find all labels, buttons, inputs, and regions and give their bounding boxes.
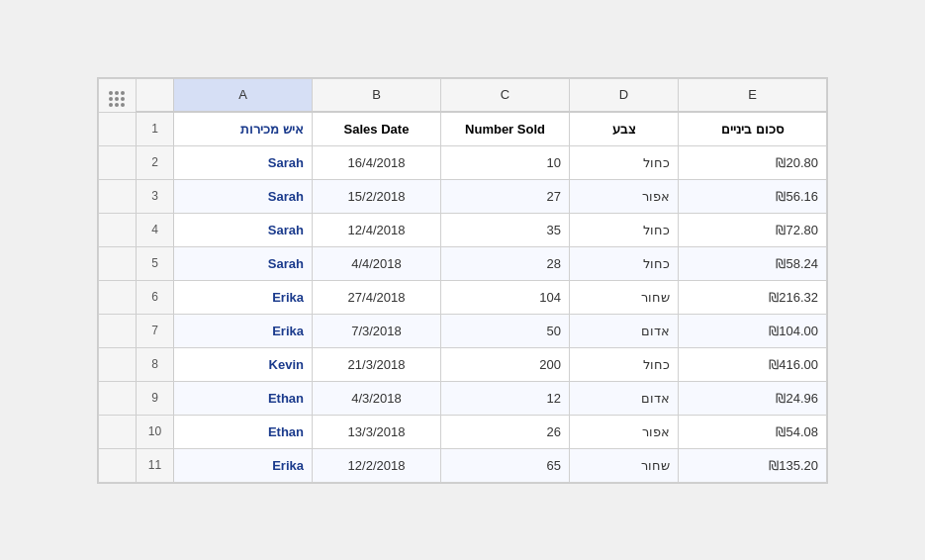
cell-subtotal[interactable]: ₪135.20 [679,448,827,482]
col-header-a[interactable]: A [174,78,313,112]
cell-color[interactable]: אדום [570,314,679,347]
cell-date[interactable]: 27/4/2018 [313,280,441,314]
cell-date[interactable]: 15/2/2018 [313,179,441,213]
col-header-rownum [137,78,174,112]
cell-salesperson[interactable]: Ethan [174,381,313,415]
col-header-c[interactable]: C [441,78,570,112]
cell-color[interactable]: כחול [570,347,679,381]
cell-subtotal[interactable]: ₪72.80 [679,213,827,246]
cell-salesperson[interactable]: Ethan [174,415,313,448]
header-c[interactable]: Number Sold [441,112,570,145]
cell-number-sold[interactable]: 10 [441,145,570,179]
cell-salesperson[interactable]: Erika [174,448,313,482]
cell-subtotal[interactable]: ₪54.08 [679,415,827,448]
cell-salesperson[interactable]: Erika [174,280,313,314]
row-num-cell: 2 [137,145,174,179]
table-row: 5Sarah4/4/201828כחול₪58.24 [99,246,827,280]
cell-date[interactable]: 4/3/2018 [313,381,441,415]
row-num-cell: 6 [137,280,174,314]
row-num-cell: 11 [137,448,174,482]
table-row: 3Sarah15/2/201827אפור₪56.16 [99,179,827,213]
cell-subtotal[interactable]: ₪216.32 [679,280,827,314]
cell-subtotal[interactable]: ₪58.24 [679,246,827,280]
row-spacer [99,246,137,280]
cell-color[interactable]: אדום [570,381,679,415]
row-num-cell: 5 [137,246,174,280]
cell-subtotal[interactable]: ₪416.00 [679,347,827,381]
row-num-1: 1 [137,112,174,145]
cell-salesperson[interactable]: Sarah [174,179,313,213]
row-num-cell: 10 [137,415,174,448]
cell-salesperson[interactable]: Erika [174,314,313,347]
table-row: 10Ethan13/3/201826אפור₪54.08 [99,415,827,448]
cell-color[interactable]: אפור [570,179,679,213]
row-spacer [99,381,137,415]
table-row: 4Sarah12/4/201835כחול₪72.80 [99,213,827,246]
row-spacer [99,415,137,448]
spreadsheet: A B C D E 1 איש מכירות Sales Date Number… [97,77,828,484]
cell-number-sold[interactable]: 12 [441,381,570,415]
cell-number-sold[interactable]: 26 [441,415,570,448]
cell-salesperson[interactable]: Sarah [174,145,313,179]
row-spacer [99,179,137,213]
cell-salesperson[interactable]: Sarah [174,246,313,280]
cell-number-sold[interactable]: 50 [441,314,570,347]
header-d[interactable]: צבע [570,112,679,145]
table-row: 2Sarah16/4/201810כחול₪20.80 [99,145,827,179]
cell-salesperson[interactable]: Sarah [174,213,313,246]
row-1-spacer [99,112,137,145]
row-spacer [99,280,137,314]
cell-date[interactable]: 12/4/2018 [313,213,441,246]
cell-salesperson[interactable]: Kevin [174,347,313,381]
row-spacer [99,145,137,179]
menu-button[interactable] [99,78,137,112]
dots-icon [109,91,126,108]
header-e[interactable]: סכום ביניים [679,112,827,145]
cell-date[interactable]: 4/4/2018 [313,246,441,280]
table-row: 8Kevin21/3/2018200כחול₪416.00 [99,347,827,381]
cell-subtotal[interactable]: ₪56.16 [679,179,827,213]
cell-date[interactable]: 7/3/2018 [313,314,441,347]
row-num-cell: 8 [137,347,174,381]
cell-color[interactable]: שחור [570,448,679,482]
row-spacer [99,448,137,482]
header-b[interactable]: Sales Date [313,112,441,145]
cell-date[interactable]: 21/3/2018 [313,347,441,381]
col-header-e[interactable]: E [679,78,827,112]
cell-date[interactable]: 12/2/2018 [313,448,441,482]
cell-subtotal[interactable]: ₪104.00 [679,314,827,347]
row-spacer [99,347,137,381]
cell-number-sold[interactable]: 28 [441,246,570,280]
row-spacer [99,213,137,246]
table-row: 6Erika27/4/2018104שחור₪216.32 [99,280,827,314]
row-num-cell: 4 [137,213,174,246]
cell-number-sold[interactable]: 104 [441,280,570,314]
header-a[interactable]: איש מכירות [174,112,313,145]
cell-number-sold[interactable]: 27 [441,179,570,213]
table-row: 7Erika7/3/201850אדום₪104.00 [99,314,827,347]
cell-number-sold[interactable]: 65 [441,448,570,482]
row-num-cell: 9 [137,381,174,415]
cell-number-sold[interactable]: 200 [441,347,570,381]
row-num-cell: 7 [137,314,174,347]
cell-color[interactable]: כחול [570,145,679,179]
cell-color[interactable]: שחור [570,280,679,314]
cell-date[interactable]: 16/4/2018 [313,145,441,179]
table-row: 11Erika12/2/201865שחור₪135.20 [99,448,827,482]
cell-subtotal[interactable]: ₪24.96 [679,381,827,415]
col-header-b[interactable]: B [313,78,441,112]
cell-color[interactable]: אפור [570,415,679,448]
table-row: 9Ethan4/3/201812אדום₪24.96 [99,381,827,415]
cell-color[interactable]: כחול [570,213,679,246]
row-spacer [99,314,137,347]
col-header-d[interactable]: D [570,78,679,112]
cell-color[interactable]: כחול [570,246,679,280]
cell-number-sold[interactable]: 35 [441,213,570,246]
row-num-cell: 3 [137,179,174,213]
cell-subtotal[interactable]: ₪20.80 [679,145,827,179]
cell-date[interactable]: 13/3/2018 [313,415,441,448]
